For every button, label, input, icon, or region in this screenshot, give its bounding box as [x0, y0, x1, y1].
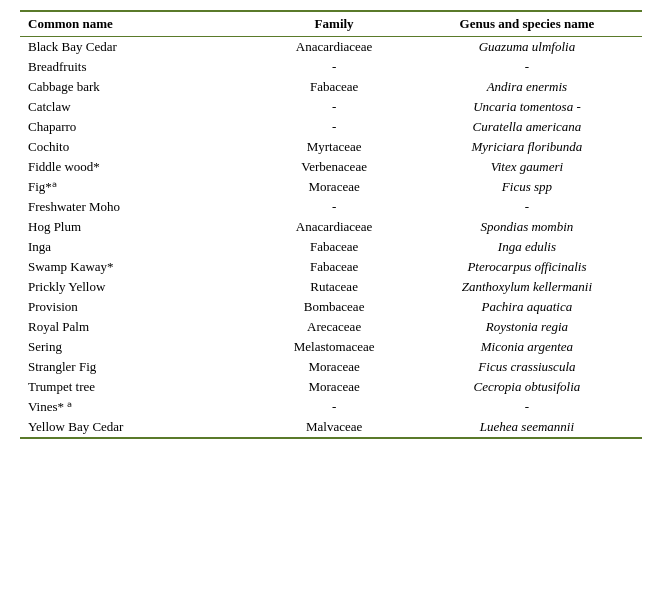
cell-genus: - — [412, 397, 642, 417]
cell-family: - — [256, 97, 412, 117]
cell-genus: Ficus crassiuscula — [412, 357, 642, 377]
cell-common-name: Trumpet tree — [20, 377, 256, 397]
cell-family: - — [256, 57, 412, 77]
cell-common-name: Vines* ᵃ — [20, 397, 256, 417]
cell-common-name: Black Bay Cedar — [20, 37, 256, 58]
cell-family: Fabaceae — [256, 237, 412, 257]
table-row: Black Bay CedarAnacardiaceaeGuazuma ulmf… — [20, 37, 642, 58]
cell-common-name: Yellow Bay Cedar — [20, 417, 256, 438]
table-row: Hog PlumAnacardiaceaeSpondias mombin — [20, 217, 642, 237]
cell-family: - — [256, 197, 412, 217]
cell-genus: Ficus spp — [412, 177, 642, 197]
cell-genus: Guazuma ulmfolia — [412, 37, 642, 58]
table-row: Yellow Bay CedarMalvaceaeLuehea seemanni… — [20, 417, 642, 438]
cell-genus: Luehea seemannii — [412, 417, 642, 438]
cell-common-name: Fiddle wood* — [20, 157, 256, 177]
table-row: Strangler FigMoraceaeFicus crassiuscula — [20, 357, 642, 377]
cell-genus: Curatella americana — [412, 117, 642, 137]
table-row: Freshwater Moho-- — [20, 197, 642, 217]
cell-family: Verbenaceae — [256, 157, 412, 177]
cell-genus: - — [412, 57, 642, 77]
cell-family: Anacardiaceae — [256, 217, 412, 237]
cell-common-name: Sering — [20, 337, 256, 357]
cell-common-name: Freshwater Moho — [20, 197, 256, 217]
cell-genus: Cecropia obtusifolia — [412, 377, 642, 397]
cell-family: Melastomaceae — [256, 337, 412, 357]
cell-genus: Spondias mombin — [412, 217, 642, 237]
cell-genus: Myriciara floribunda — [412, 137, 642, 157]
species-table: Common name Family Genus and species nam… — [20, 10, 642, 439]
cell-common-name: Cabbage bark — [20, 77, 256, 97]
cell-family: Fabaceae — [256, 77, 412, 97]
table-row: Vines* ᵃ-- — [20, 397, 642, 417]
table-header-row: Common name Family Genus and species nam… — [20, 11, 642, 37]
cell-genus: Pterocarpus officinalis — [412, 257, 642, 277]
cell-genus: Zanthoxylum kellermanii — [412, 277, 642, 297]
cell-common-name: Hog Plum — [20, 217, 256, 237]
cell-common-name: Royal Palm — [20, 317, 256, 337]
table-row: Trumpet treeMoraceaeCecropia obtusifolia — [20, 377, 642, 397]
cell-common-name: Fig*ᵃ — [20, 177, 256, 197]
cell-family: Anacardiaceae — [256, 37, 412, 58]
cell-common-name: Cochito — [20, 137, 256, 157]
cell-common-name: Breadfruits — [20, 57, 256, 77]
cell-common-name: Catclaw — [20, 97, 256, 117]
cell-family: - — [256, 397, 412, 417]
cell-family: Moraceae — [256, 177, 412, 197]
table-row: Catclaw-Uncaria tomentosa - — [20, 97, 642, 117]
cell-family: Moraceae — [256, 377, 412, 397]
header-family: Family — [256, 11, 412, 37]
cell-family: Arecaceae — [256, 317, 412, 337]
table-row: SeringMelastomaceaeMiconia argentea — [20, 337, 642, 357]
header-genus: Genus and species name — [412, 11, 642, 37]
cell-family: Bombaceae — [256, 297, 412, 317]
cell-common-name: Chaparro — [20, 117, 256, 137]
cell-family: Moraceae — [256, 357, 412, 377]
cell-genus: Miconia argentea — [412, 337, 642, 357]
table-row: Fig*ᵃMoraceaeFicus spp — [20, 177, 642, 197]
cell-common-name: Swamp Kaway* — [20, 257, 256, 277]
cell-family: Rutaceae — [256, 277, 412, 297]
cell-common-name: Provision — [20, 297, 256, 317]
cell-family: Fabaceae — [256, 257, 412, 277]
table-row: IngaFabaceaeInga edulis — [20, 237, 642, 257]
cell-family: - — [256, 117, 412, 137]
table-row: Cabbage barkFabaceaeAndira enermis — [20, 77, 642, 97]
table-row: Fiddle wood*VerbenaceaeVitex gaumeri — [20, 157, 642, 177]
cell-common-name: Prickly Yellow — [20, 277, 256, 297]
header-common-name: Common name — [20, 11, 256, 37]
table-row: Breadfruits-- — [20, 57, 642, 77]
table-row: ProvisionBombaceaePachira aquatica — [20, 297, 642, 317]
table-row: Swamp Kaway*FabaceaePterocarpus officina… — [20, 257, 642, 277]
cell-genus: Andira enermis — [412, 77, 642, 97]
cell-genus: Uncaria tomentosa - — [412, 97, 642, 117]
cell-genus: Pachira aquatica — [412, 297, 642, 317]
cell-genus: - — [412, 197, 642, 217]
cell-family: Malvaceae — [256, 417, 412, 438]
table-row: Prickly YellowRutaceaeZanthoxylum keller… — [20, 277, 642, 297]
cell-genus: Roystonia regia — [412, 317, 642, 337]
table-row: Chaparro-Curatella americana — [20, 117, 642, 137]
cell-genus: Inga edulis — [412, 237, 642, 257]
table-row: CochitoMyrtaceaeMyriciara floribunda — [20, 137, 642, 157]
table-row: Royal PalmArecaceaeRoystonia regia — [20, 317, 642, 337]
cell-common-name: Inga — [20, 237, 256, 257]
cell-family: Myrtaceae — [256, 137, 412, 157]
cell-common-name: Strangler Fig — [20, 357, 256, 377]
cell-genus: Vitex gaumeri — [412, 157, 642, 177]
